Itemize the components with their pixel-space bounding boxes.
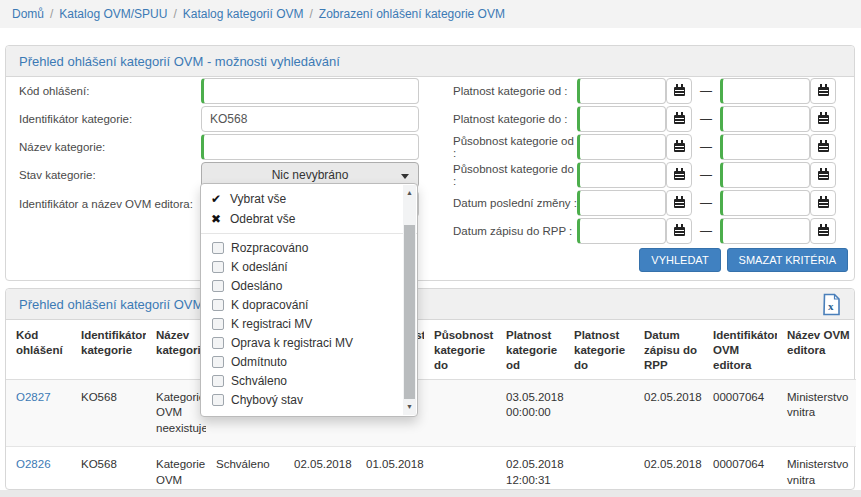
calendar-button[interactable]: [810, 78, 836, 104]
checkbox-icon[interactable]: [212, 375, 224, 387]
nazev-kategorie-input[interactable]: [201, 134, 419, 160]
calendar-button[interactable]: [666, 134, 692, 160]
svg-text:x: x: [828, 300, 834, 312]
checkbox-icon[interactable]: [212, 318, 224, 330]
scrollbar-thumb[interactable]: [404, 225, 415, 399]
option-odmitnuto[interactable]: Odmítnuto: [201, 352, 417, 371]
datum-zapisu-from-input[interactable]: [577, 218, 666, 244]
calendar-icon: [674, 227, 685, 236]
pusobnost-do-to-input[interactable]: [720, 162, 810, 188]
calendar-button[interactable]: [666, 218, 692, 244]
checkbox-icon[interactable]: [212, 337, 224, 349]
cell: Ministerstvo vnitra: [777, 379, 856, 447]
excel-export-icon[interactable]: x: [822, 293, 841, 320]
breadcrumb: Domů / Katalog OVM/SPUU / Katalog katego…: [0, 0, 861, 28]
calendar-button[interactable]: [810, 134, 836, 160]
option-label: K odeslání: [231, 260, 288, 274]
datum-zapisu-to-input[interactable]: [720, 218, 810, 244]
platnost-do-label: Platnost kategorie do :: [453, 113, 577, 125]
ohlaseni-link[interactable]: O2827: [16, 391, 51, 403]
scrollbar-down-icon[interactable]: ▼: [403, 401, 416, 413]
platnost-od-to-input[interactable]: [720, 78, 810, 104]
column-header: Identifikátor OVM editora: [703, 322, 777, 379]
cell: [424, 379, 496, 447]
identifikator-kategorie-input[interactable]: [201, 106, 419, 132]
breadcrumb-katalog-kategorii[interactable]: Katalog kategorií OVM: [183, 7, 304, 21]
datum-zmeny-to-input[interactable]: [720, 190, 810, 216]
datum-zmeny-from-input[interactable]: [577, 190, 666, 216]
option-chybovy-stav[interactable]: Chybový stav: [201, 390, 417, 409]
option-k-registraci-mv[interactable]: K registraci MV: [201, 314, 417, 333]
results-panel-title: Přehled ohlášení kategorií OVM: [6, 289, 854, 320]
option-odeslano[interactable]: Odesláno: [201, 276, 417, 295]
search-panel: Přehled ohlášení kategorií OVM - možnost…: [5, 45, 855, 281]
checkbox-icon[interactable]: [212, 242, 224, 254]
form-row-platnost-od: Platnost kategorie od : —: [453, 78, 836, 104]
pusobnost-do-from-input[interactable]: [577, 162, 666, 188]
cell: 00007064: [703, 379, 777, 447]
pusobnost-od-from-input[interactable]: [577, 134, 666, 160]
select-all-label: Vybrat vše: [230, 192, 286, 206]
stav-kategorie-dropdown-menu: ✔ Vybrat vše ✖ Odebrat vše Rozpracováno …: [200, 183, 418, 417]
cell: [564, 379, 634, 447]
chevron-down-icon: [401, 174, 409, 179]
cell: KO568: [71, 379, 146, 447]
option-k-odeslani[interactable]: K odeslání: [201, 257, 417, 276]
option-rozpracovano[interactable]: Rozpracováno: [201, 238, 417, 257]
checkbox-icon[interactable]: [212, 261, 224, 273]
option-schvaleno[interactable]: Schváleno: [201, 371, 417, 390]
select-all-item[interactable]: ✔ Vybrat vše: [201, 189, 417, 209]
kod-ohlaseni-label: Kód ohlášení:: [19, 85, 89, 97]
checkbox-icon[interactable]: [212, 280, 224, 292]
option-label: K registraci MV: [231, 317, 312, 331]
platnost-do-to-input[interactable]: [720, 106, 810, 132]
breadcrumb-current-page[interactable]: Zobrazení ohlášení kategorie OVM: [319, 7, 505, 21]
clear-criteria-button[interactable]: SMAZAT KRITÉRIA: [727, 248, 848, 272]
dropdown-scrollbar[interactable]: ▲ ▼: [403, 185, 416, 415]
calendar-icon: [818, 199, 829, 208]
calendar-button[interactable]: [666, 106, 692, 132]
cell: 02.05.2018: [634, 379, 703, 447]
search-actions: VYHLEDAT SMAZAT KRITÉRIA: [639, 248, 848, 272]
breadcrumb-separator: /: [173, 7, 176, 21]
form-row-nazev-kategorie: Název kategorie:: [19, 134, 429, 160]
checkbox-icon[interactable]: [212, 394, 224, 406]
calendar-button[interactable]: [810, 162, 836, 188]
column-header: Působnost kategorie do: [424, 322, 496, 379]
range-dash: —: [692, 196, 720, 210]
breadcrumb-home[interactable]: Domů: [12, 7, 44, 21]
scrollbar-up-icon[interactable]: ▲: [403, 187, 416, 199]
calendar-button[interactable]: [666, 78, 692, 104]
calendar-button[interactable]: [666, 162, 692, 188]
option-label: Rozpracováno: [231, 241, 308, 255]
pusobnost-od-to-input[interactable]: [720, 134, 810, 160]
identifikator-kategorie-label: Identifikátor kategorie:: [19, 113, 132, 125]
calendar-button[interactable]: [666, 190, 692, 216]
kod-ohlaseni-input[interactable]: [201, 78, 419, 104]
ohlaseni-link[interactable]: O2826: [16, 458, 51, 470]
calendar-icon: [674, 87, 685, 96]
page-footer-strip: [0, 490, 861, 497]
option-oprava-k-registraci-mv[interactable]: Oprava k registraci MV: [201, 333, 417, 352]
checkbox-icon[interactable]: [212, 299, 224, 311]
calendar-button[interactable]: [810, 218, 836, 244]
checkbox-icon[interactable]: [212, 356, 224, 368]
calendar-icon: [674, 143, 685, 152]
calendar-button[interactable]: [810, 190, 836, 216]
range-dash: —: [692, 84, 720, 98]
option-k-dopracovani[interactable]: K dopracování: [201, 295, 417, 314]
column-header: Platnost kategorie od: [496, 322, 564, 379]
results-panel: Přehled ohlášení kategorií OVM x Kód ohl…: [5, 288, 855, 490]
form-row-platnost-do: Platnost kategorie do : —: [453, 106, 836, 132]
deselect-all-item[interactable]: ✖ Odebrat vše: [201, 209, 417, 229]
cell: Kategorie OVM neexistuje: [146, 379, 206, 447]
breadcrumb-katalog-ovm-spuu[interactable]: Katalog OVM/SPUU: [59, 7, 167, 21]
range-dash: —: [692, 112, 720, 126]
form-row-kod-ohlaseni: Kód ohlášení:: [19, 78, 429, 104]
search-button[interactable]: VYHLEDAT: [639, 248, 720, 272]
platnost-do-from-input[interactable]: [577, 106, 666, 132]
check-icon: ✔: [211, 192, 230, 206]
calendar-button[interactable]: [810, 106, 836, 132]
platnost-od-from-input[interactable]: [577, 78, 666, 104]
calendar-icon: [674, 171, 685, 180]
